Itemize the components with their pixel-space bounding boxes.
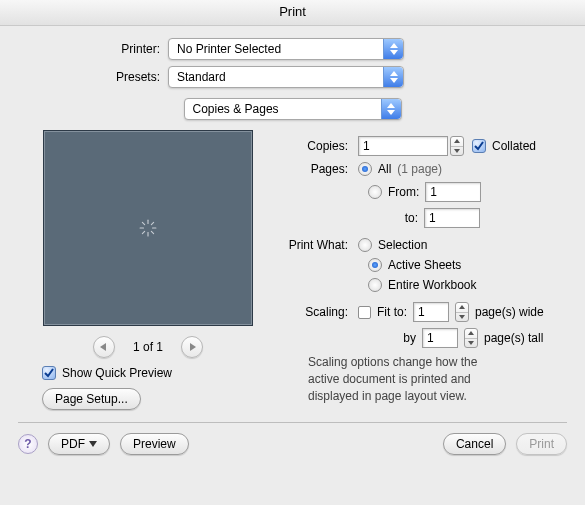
svg-marker-0 [390, 43, 398, 48]
section-select[interactable]: Copies & Pages [184, 98, 402, 120]
cancel-button[interactable]: Cancel [443, 433, 506, 455]
pages-label: Pages: [288, 162, 358, 176]
svg-marker-22 [89, 441, 97, 447]
collated-checkbox[interactable] [472, 139, 486, 153]
stepper-down-icon [451, 147, 463, 156]
print-what-workbook-radio[interactable] [368, 278, 382, 292]
print-what-active-radio[interactable] [368, 258, 382, 272]
svg-marker-5 [387, 110, 395, 115]
dropdown-arrows-icon [383, 67, 403, 87]
pages-from-radio[interactable] [368, 185, 382, 199]
pages-all-label: All [378, 162, 391, 176]
dropdown-arrows-icon [383, 39, 403, 59]
svg-marker-17 [454, 149, 460, 153]
show-quick-preview-label: Show Quick Preview [62, 366, 172, 380]
svg-marker-14 [100, 343, 106, 351]
svg-marker-21 [468, 341, 474, 345]
cancel-label: Cancel [456, 437, 493, 451]
pdf-label: PDF [61, 437, 85, 451]
pages-count: (1 page) [397, 162, 442, 176]
prev-page-button[interactable] [93, 336, 115, 358]
fit-tall-input[interactable] [422, 328, 458, 348]
print-label: Print [529, 437, 554, 451]
fit-to-label: Fit to: [377, 305, 407, 319]
svg-marker-19 [459, 315, 465, 319]
svg-marker-2 [390, 71, 398, 76]
fit-by-label: by [392, 331, 422, 345]
copies-label: Copies: [288, 139, 358, 153]
print-what-selection-radio[interactable] [358, 238, 372, 252]
copies-input[interactable] [358, 136, 448, 156]
presets-label: Presets: [18, 70, 168, 84]
window-title: Print [0, 0, 585, 26]
pages-from-label: From: [388, 185, 419, 199]
show-quick-preview-checkbox[interactable]: Show Quick Preview [42, 366, 278, 380]
svg-marker-1 [390, 50, 398, 55]
svg-line-10 [142, 222, 144, 224]
arrow-right-icon [188, 343, 196, 351]
checkmark-icon [474, 141, 484, 151]
pages-all-radio[interactable] [358, 162, 372, 176]
svg-marker-18 [459, 305, 465, 309]
help-button[interactable]: ? [18, 434, 38, 454]
svg-marker-4 [387, 103, 395, 108]
copies-stepper[interactable] [450, 136, 464, 156]
pages-to-input[interactable] [424, 208, 480, 228]
presets-value: Standard [177, 70, 226, 84]
next-page-button[interactable] [181, 336, 203, 358]
arrow-left-icon [100, 343, 108, 351]
dropdown-arrows-icon [381, 99, 401, 119]
triangle-down-icon [89, 441, 97, 447]
print-what-label: Print What: [288, 238, 358, 252]
svg-line-12 [142, 231, 144, 233]
svg-marker-20 [468, 331, 474, 335]
print-button[interactable]: Print [516, 433, 567, 455]
fit-wide-input[interactable] [413, 302, 449, 322]
fit-wide-stepper[interactable] [455, 302, 469, 322]
print-what-active-label: Active Sheets [388, 258, 461, 272]
collated-label: Collated [492, 139, 536, 153]
separator [18, 422, 567, 423]
section-value: Copies & Pages [193, 102, 279, 116]
spinner-icon [139, 219, 157, 237]
preview-pane [43, 130, 253, 326]
print-what-selection-label: Selection [378, 238, 427, 252]
fit-tall-suffix: page(s) tall [484, 331, 543, 345]
svg-marker-16 [454, 139, 460, 143]
svg-marker-15 [190, 343, 196, 351]
printer-select[interactable]: No Printer Selected [168, 38, 404, 60]
preview-button[interactable]: Preview [120, 433, 189, 455]
svg-marker-3 [390, 78, 398, 83]
fit-to-checkbox[interactable] [358, 306, 371, 319]
fit-wide-suffix: page(s) wide [475, 305, 544, 319]
stepper-up-icon [451, 137, 463, 147]
printer-value: No Printer Selected [177, 42, 281, 56]
checkmark-icon [42, 366, 56, 380]
page-indicator: 1 of 1 [133, 340, 163, 354]
print-what-workbook-label: Entire Workbook [388, 278, 476, 292]
scaling-label: Scaling: [288, 305, 358, 319]
svg-line-11 [151, 231, 153, 233]
pdf-menu-button[interactable]: PDF [48, 433, 110, 455]
printer-label: Printer: [18, 42, 168, 56]
scaling-note: Scaling options change how the active do… [288, 354, 488, 404]
preview-label: Preview [133, 437, 176, 451]
pages-from-input[interactable] [425, 182, 481, 202]
page-setup-button[interactable]: Page Setup... [42, 388, 141, 410]
presets-select[interactable]: Standard [168, 66, 404, 88]
svg-line-13 [151, 222, 153, 224]
pages-to-label: to: [388, 211, 424, 225]
page-setup-label: Page Setup... [55, 392, 128, 406]
fit-tall-stepper[interactable] [464, 328, 478, 348]
